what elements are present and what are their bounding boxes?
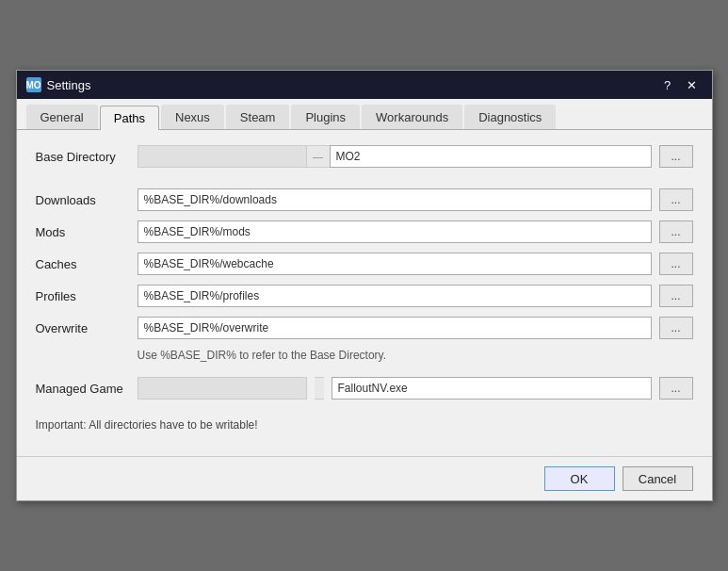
base-dir-browse-button[interactable]: ... <box>659 145 693 168</box>
base-dir-name-input[interactable] <box>330 145 652 168</box>
profiles-row: Profiles ... <box>36 285 693 307</box>
tab-nexus[interactable]: Nexus <box>161 105 224 129</box>
caches-input[interactable] <box>138 253 652 275</box>
managed-game-input[interactable] <box>332 377 652 400</box>
overwrite-label: Overwrite <box>36 321 130 335</box>
titlebar-controls: ? ✕ <box>657 75 703 94</box>
ok-button[interactable]: OK <box>544 466 615 491</box>
managed-game-label: Managed Game <box>36 382 130 396</box>
titlebar: MO Settings ? ✕ <box>17 71 712 99</box>
tab-diagnostics[interactable]: Diagnostics <box>464 105 556 129</box>
tab-plugins[interactable]: Plugins <box>291 105 360 129</box>
hint-text: Use %BASE_DIR% to refer to the Base Dire… <box>36 349 693 362</box>
app-icon: MO <box>26 77 41 92</box>
managed-game-separator <box>315 377 324 400</box>
tab-paths[interactable]: Paths <box>100 106 159 130</box>
base-dir-label: Base Directory <box>36 150 130 164</box>
downloads-input[interactable] <box>138 188 652 211</box>
downloads-label: Downloads <box>36 193 130 207</box>
overwrite-input[interactable] <box>138 317 652 339</box>
overwrite-browse-button[interactable]: ... <box>659 317 693 339</box>
base-dir-input-group: — <box>138 145 652 168</box>
warning-text: Important: All directories have to be wr… <box>36 418 693 441</box>
mods-row: Mods ... <box>36 220 693 243</box>
tab-workarounds[interactable]: Workarounds <box>362 105 462 129</box>
profiles-label: Profiles <box>36 289 130 303</box>
caches-row: Caches ... <box>36 253 693 275</box>
mods-browse-button[interactable]: ... <box>659 220 693 243</box>
downloads-browse-button[interactable]: ... <box>659 188 693 211</box>
settings-dialog: MO Settings ? ✕ General Paths Nexus Stea… <box>16 70 713 501</box>
mods-input[interactable] <box>138 220 652 243</box>
base-dir-row: Base Directory — ... <box>36 145 693 168</box>
tab-general[interactable]: General <box>26 105 98 129</box>
mods-label: Mods <box>36 225 130 239</box>
profiles-browse-button[interactable]: ... <box>659 285 693 307</box>
profiles-input[interactable] <box>138 285 652 307</box>
tab-steam[interactable]: Steam <box>226 105 290 129</box>
managed-game-row: Managed Game ... <box>36 377 693 400</box>
help-button[interactable]: ? <box>657 75 678 94</box>
downloads-row: Downloads ... <box>36 188 693 211</box>
base-dir-hidden-path <box>138 145 307 168</box>
dialog-footer: OK Cancel <box>17 456 712 500</box>
base-dir-separator: — <box>307 145 330 168</box>
managed-game-hidden-path <box>138 377 307 400</box>
caches-browse-button[interactable]: ... <box>659 253 693 275</box>
overwrite-row: Overwrite ... <box>36 317 693 339</box>
tabs-bar: General Paths Nexus Steam Plugins Workar… <box>17 99 712 130</box>
caches-label: Caches <box>36 257 130 271</box>
cancel-button[interactable]: Cancel <box>623 466 693 491</box>
dialog-title: Settings <box>47 78 657 92</box>
close-button[interactable]: ✕ <box>682 75 703 94</box>
managed-game-browse-button[interactable]: ... <box>659 377 693 400</box>
tab-content: Base Directory — ... Downloads ... Mods … <box>17 130 712 456</box>
